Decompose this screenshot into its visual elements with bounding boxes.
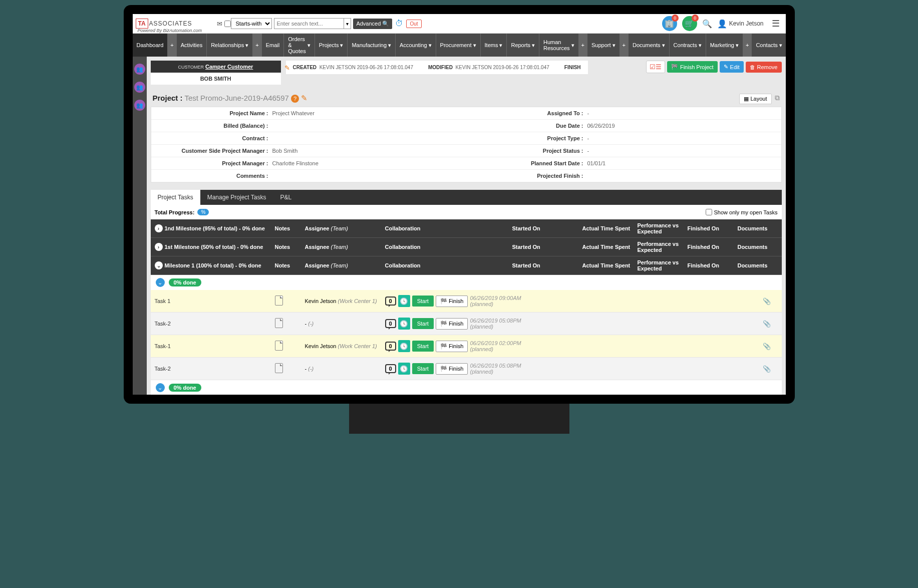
- task-note-icon[interactable]: [275, 296, 305, 307]
- edit-project-icon[interactable]: ✎: [301, 94, 308, 102]
- customer-name[interactable]: Camper Customer: [205, 64, 253, 70]
- task-assignee: - (-): [305, 321, 385, 327]
- side-people-icon-3[interactable]: 👥: [134, 100, 145, 111]
- collab-count[interactable]: 0: [385, 342, 396, 351]
- advanced-search-button[interactable]: Advanced 🔍: [353, 19, 392, 29]
- open-tasks-toggle[interactable]: Show only my open Tasks: [706, 209, 778, 215]
- finish-button[interactable]: 🏁 Finish: [436, 296, 468, 307]
- nav-orders[interactable]: Orders & Quotes ▾: [284, 34, 315, 57]
- start-button[interactable]: Start: [412, 318, 434, 329]
- tab-project-tasks[interactable]: Project Tasks: [151, 190, 200, 205]
- side-people-icon-2[interactable]: 👥: [134, 82, 145, 93]
- nav-accounting[interactable]: Accounting ▾: [396, 34, 436, 57]
- finish-button[interactable]: 🏁 Finish: [436, 341, 468, 352]
- nav-projects[interactable]: Projects ▾: [315, 34, 348, 57]
- cart-icon[interactable]: 🛒0: [682, 16, 697, 31]
- nav-plus-3[interactable]: +: [579, 34, 587, 57]
- nav-hr[interactable]: Human Resources ▾: [539, 34, 579, 57]
- task-note-icon[interactable]: [275, 318, 305, 329]
- nav-items[interactable]: Items ▾: [481, 34, 507, 57]
- nav-plus-5[interactable]: +: [743, 34, 752, 57]
- finish-button[interactable]: 🏁 Finish: [436, 363, 468, 375]
- search-dropdown-caret[interactable]: ▾: [344, 18, 351, 29]
- collab-count[interactable]: 0: [385, 319, 396, 328]
- progress-bar: Total Progress: % Show only my open Task…: [151, 205, 782, 219]
- stopwatch-icon[interactable]: ⏱: [395, 19, 403, 28]
- help-icon[interactable]: ?: [291, 95, 299, 103]
- start-button[interactable]: Start: [412, 341, 434, 352]
- task-assignee: Kevin Jetson (Work Center 1): [305, 298, 385, 304]
- edit-button[interactable]: ✎ Edit: [720, 61, 744, 73]
- detail-row: Project Manager :Charlotte Flinstone Pla…: [151, 157, 781, 170]
- clock-button[interactable]: 🕓: [398, 363, 410, 375]
- nav-documents[interactable]: Documents ▾: [629, 34, 670, 57]
- nav-plus-4[interactable]: +: [620, 34, 629, 57]
- search-input[interactable]: [274, 18, 344, 29]
- task-assignee: - (-): [305, 366, 385, 372]
- task-name: Task 1: [155, 298, 275, 304]
- nav-plus-2[interactable]: +: [253, 34, 261, 57]
- building-icon[interactable]: 🏢0: [662, 16, 677, 31]
- attachment-icon[interactable]: 📎: [763, 298, 778, 305]
- clock-button[interactable]: 🕓: [398, 340, 410, 352]
- layout-button[interactable]: ▦ Layout: [739, 94, 771, 104]
- nav-contacts[interactable]: Contacts ▾: [752, 34, 785, 57]
- task-started-on: 06/26/2019 05:08PM (planned): [470, 318, 545, 330]
- powered-by: Powered By BizAutomation.com: [138, 28, 202, 33]
- mail-checkbox[interactable]: [224, 21, 231, 27]
- detail-row: Billed (Balance) : Due Date :06/26/2019: [151, 120, 781, 132]
- task-note-icon[interactable]: [275, 341, 305, 352]
- collab-count[interactable]: 0: [385, 297, 396, 306]
- clock-button[interactable]: 🕓: [398, 318, 410, 330]
- tab-manage-tasks[interactable]: Manage Project Tasks: [200, 190, 273, 205]
- clock-button[interactable]: 🕓: [398, 295, 410, 307]
- start-button[interactable]: Start: [412, 296, 434, 307]
- attachment-icon[interactable]: 📎: [763, 365, 778, 373]
- collapse-icon[interactable]: ⌄: [156, 278, 165, 287]
- tab-pnl[interactable]: P&L: [273, 190, 298, 205]
- nav-reports[interactable]: Reports ▾: [507, 34, 539, 57]
- milestone-header[interactable]: ⌄ Milestone 1 (100% of total) - 0% done …: [151, 256, 782, 275]
- nav-dashboard[interactable]: Dashboard: [133, 34, 168, 57]
- user-menu[interactable]: 👤Kevin Jetson: [717, 19, 764, 29]
- top-toolbar: TA ASSOCIATES Powered By BizAutomation.c…: [133, 14, 786, 34]
- nav-activities[interactable]: Activities: [177, 34, 207, 57]
- nav-contracts[interactable]: Contracts ▾: [670, 34, 706, 57]
- finish-button[interactable]: 🏁 Finish: [436, 318, 468, 330]
- task-started-on: 06/26/2019 09:00AM (planned): [470, 295, 545, 307]
- nav-email[interactable]: Email: [262, 34, 284, 57]
- finish-project-button[interactable]: 🏁 Finish Project: [667, 61, 718, 73]
- side-people-icon-1[interactable]: 👥: [134, 64, 145, 75]
- nav-marketing[interactable]: Marketing ▾: [706, 34, 743, 57]
- start-button[interactable]: Start: [412, 363, 434, 374]
- zoom-icon[interactable]: 🔍: [702, 19, 712, 29]
- stage-progress-bottom: ⌄ 0% done: [151, 380, 782, 395]
- project-name: Test Promo-June-2019-A46597: [184, 94, 288, 102]
- out-button[interactable]: Out: [406, 20, 421, 28]
- copy-icon[interactable]: ⧉: [775, 94, 780, 102]
- task-row: Task-1 Kevin Jetson (Work Center 1) 0 🕓 …: [151, 335, 782, 358]
- collab-count[interactable]: 0: [385, 364, 396, 373]
- collapse-icon-2[interactable]: ⌄: [156, 383, 165, 392]
- nav-manufacturing[interactable]: Manufacturing ▾: [348, 34, 396, 57]
- checklist-icon-button[interactable]: ☑☰: [646, 61, 665, 73]
- mail-icon[interactable]: ✉: [217, 20, 222, 28]
- search-mode-select[interactable]: Starts-with: [231, 18, 272, 29]
- avatar-icon: 👤: [717, 19, 727, 29]
- milestone-header[interactable]: › 1nd Milestone (95% of total) - 0% done…: [151, 219, 782, 238]
- remove-button[interactable]: 🗑 Remove: [746, 62, 782, 73]
- attachment-icon[interactable]: 📎: [763, 343, 778, 350]
- progress-percent: %: [197, 209, 209, 215]
- task-assignee: Kevin Jetson (Work Center 1): [305, 343, 385, 349]
- nav-support[interactable]: Support ▾: [587, 34, 620, 57]
- nav-procurement[interactable]: Procurement ▾: [436, 34, 481, 57]
- nav-relationships[interactable]: Relationships ▾: [207, 34, 253, 57]
- task-note-icon[interactable]: [275, 363, 305, 374]
- hamburger-icon[interactable]: ☰: [772, 18, 780, 29]
- task-name: Task-1: [155, 343, 275, 349]
- edit-customer-icon[interactable]: ✎: [284, 64, 290, 72]
- attachment-icon[interactable]: 📎: [763, 320, 778, 328]
- task-started-on: 06/26/2019 02:00PM (planned): [470, 340, 545, 352]
- milestone-header[interactable]: › 1st Milestone (50% of total) - 0% done…: [151, 238, 782, 256]
- nav-plus-1[interactable]: +: [168, 34, 176, 57]
